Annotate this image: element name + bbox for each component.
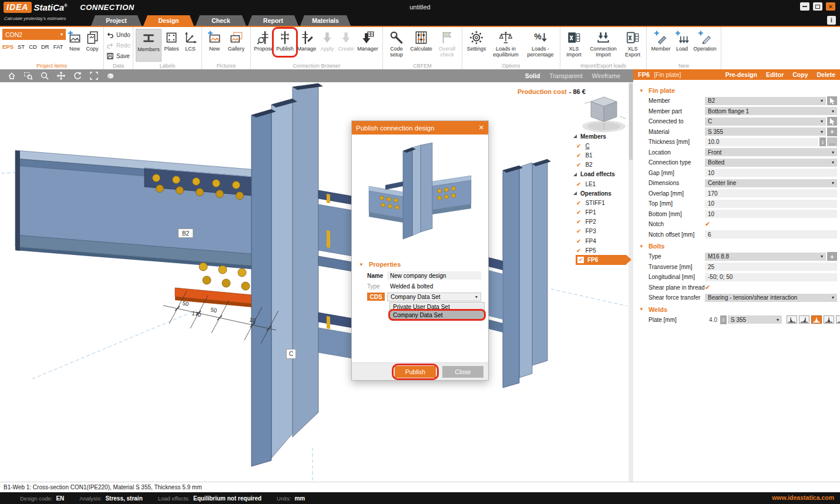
redo-button[interactable]: Redo	[106, 41, 130, 50]
tree-section-load-effects[interactable]: Load effects	[565, 170, 630, 179]
loads-in-equilibrium-button[interactable]: Loads in equilibrium	[488, 29, 523, 62]
tree-item-stiff1[interactable]: ✔STIFF1	[565, 198, 630, 207]
minimize-button[interactable]	[800, 2, 809, 11]
mode-eps[interactable]: EPS	[2, 43, 14, 50]
tree-item-fp2[interactable]: ✔FP2	[565, 217, 630, 227]
overlap-input[interactable]: 170	[705, 189, 837, 197]
weld-type-fillet-both-button[interactable]	[811, 315, 822, 324]
manager-button[interactable]: Manager	[355, 29, 380, 62]
gap-input[interactable]: 10	[705, 169, 837, 177]
mode-cd[interactable]: CD	[29, 43, 37, 50]
tree-item-le1[interactable]: ✔LE1	[565, 179, 630, 189]
weld-type-fillet-left-button[interactable]	[787, 315, 797, 324]
notch-offset-input[interactable]: 6	[705, 230, 837, 238]
column-label-badge[interactable]: C	[286, 349, 296, 359]
dialog-close-icon[interactable]: ✕	[479, 124, 484, 132]
member-select[interactable]: B2▾	[705, 97, 826, 105]
zoom-icon[interactable]	[40, 71, 49, 80]
copy-project-item-button[interactable]: Copy	[83, 29, 101, 62]
thickness-stepper[interactable]: ▴▾	[819, 137, 826, 146]
pan-icon[interactable]	[56, 71, 66, 80]
maximize-button[interactable]	[813, 2, 822, 11]
connection-import-button[interactable]: Connection Import	[585, 29, 621, 62]
labels-plates-button[interactable]: Plates	[162, 29, 182, 62]
loads-percentage-button[interactable]: % Loads - percentage	[523, 29, 557, 62]
apply-button[interactable]: Apply	[318, 29, 337, 62]
navigation-cube[interactable]	[579, 93, 629, 134]
add-bolt-type-button[interactable]: +	[827, 252, 837, 261]
connection-type-select[interactable]: Bolted▾	[705, 159, 837, 167]
labels-lcs-button[interactable]: LCS	[182, 29, 199, 62]
fin-plate-highlight[interactable]	[175, 288, 264, 308]
thickness-more-button[interactable]: …	[827, 137, 837, 146]
labels-members-button[interactable]: Members	[136, 29, 162, 62]
xls-import-button[interactable]: XLS Import	[563, 29, 585, 62]
calculate-button[interactable]: Calculate	[408, 29, 435, 62]
dimensions-select[interactable]: Center line▾	[705, 179, 837, 187]
pick-member-button[interactable]	[827, 96, 837, 105]
connected-to-select[interactable]: C▾	[705, 117, 826, 126]
tab-project[interactable]: Project	[91, 15, 142, 26]
settings-button[interactable]: Settings	[465, 29, 488, 62]
longitudinal-input[interactable]: -50; 0; 50	[705, 273, 837, 281]
section-bolts[interactable]: ▼Bolts	[633, 241, 840, 251]
tree-section-members[interactable]: Members	[565, 132, 630, 141]
tree-section-operations[interactable]: Operations	[565, 189, 630, 198]
tree-item-b1[interactable]: ✔B1	[565, 150, 630, 160]
bolt-type-select[interactable]: M16 8.8▾	[705, 253, 826, 261]
tab-report[interactable]: Report	[248, 15, 298, 26]
mode-solid[interactable]: Solid	[525, 72, 540, 79]
xls-export-button[interactable]: XLS Export	[621, 29, 644, 62]
location-select[interactable]: Front▾	[705, 148, 837, 156]
section-welds[interactable]: ▼Welds	[633, 304, 840, 315]
solid-brick-icon[interactable]	[106, 71, 115, 80]
zoom-fit-icon[interactable]	[89, 71, 99, 80]
thickness-input[interactable]: 10.0	[705, 138, 818, 146]
new-project-item-button[interactable]: New	[66, 29, 83, 62]
add-material-button[interactable]: +	[827, 127, 837, 136]
website-link[interactable]: www.ideastatica.com	[772, 494, 834, 501]
tab-design[interactable]: Design	[143, 15, 194, 26]
undo-button[interactable]: Undo	[106, 30, 130, 39]
overall-check-button[interactable]: Overall check	[435, 29, 459, 62]
new-operation-button[interactable]: Operation	[691, 29, 718, 62]
material-select[interactable]: S 355▾	[705, 127, 826, 136]
mode-wireframe[interactable]: Wireframe	[592, 72, 620, 79]
tree-item-fp6-selected[interactable]: ✔FP6	[576, 255, 626, 264]
shear-force-transfer-select[interactable]: Bearing - tension/shear interaction▾	[705, 294, 837, 302]
dialog-title-bar[interactable]: Publish connection design ✕	[352, 121, 488, 135]
collapse-triangle-icon[interactable]	[573, 135, 577, 138]
member-part-select[interactable]: Bottom flange 1▾	[705, 107, 837, 115]
mode-fat[interactable]: FAT	[53, 43, 63, 50]
cds-select[interactable]: Company Data Set ▾	[387, 293, 481, 301]
weld-type-fillet-right-button[interactable]	[799, 315, 809, 324]
picture-gallery-button[interactable]: Gallery	[224, 29, 248, 62]
beam-label-badge[interactable]: B2	[178, 229, 193, 238]
close-button[interactable]: ✕	[826, 2, 835, 11]
tree-item-b2[interactable]: ✔B2	[565, 160, 630, 170]
tree-item-fp5[interactable]: ✔FP5	[565, 246, 630, 255]
checkbox-icon[interactable]: ✔	[577, 257, 584, 263]
transverse-input[interactable]: 25	[705, 263, 837, 271]
zoom-window-icon[interactable]	[23, 71, 33, 80]
dialog-publish-button[interactable]: Publish	[395, 366, 436, 378]
tree-item-fp4[interactable]: ✔FP4	[565, 236, 630, 246]
new-load-button[interactable]: Load	[673, 29, 691, 62]
top-input[interactable]: 10	[705, 200, 837, 208]
mode-st[interactable]: ST	[18, 43, 25, 50]
rotate-icon[interactable]	[73, 71, 82, 80]
home-view-icon[interactable]	[7, 71, 16, 80]
save-button[interactable]: Save	[106, 51, 130, 61]
name-input[interactable]: New company design	[387, 271, 481, 280]
weld-thickness-stepper[interactable]: ▴▾	[720, 315, 727, 324]
tree-item-fp1[interactable]: ✔FP1	[565, 208, 630, 217]
pick-connected-button[interactable]	[827, 117, 837, 126]
editor-link[interactable]: Editor	[766, 71, 784, 78]
code-setup-button[interactable]: Code setup	[385, 29, 408, 62]
model-viewport[interactable]: 50 170 50 10 B2 C Production cost- 86 €	[0, 82, 633, 482]
section-fin-plate[interactable]: ▼Fin plate	[633, 85, 840, 96]
notch-checkbox[interactable]: ✔	[705, 220, 710, 228]
picture-new-button[interactable]: New	[204, 29, 224, 62]
weld-type-bevel-button[interactable]	[824, 315, 834, 324]
tab-materials[interactable]: Materials	[300, 15, 351, 26]
